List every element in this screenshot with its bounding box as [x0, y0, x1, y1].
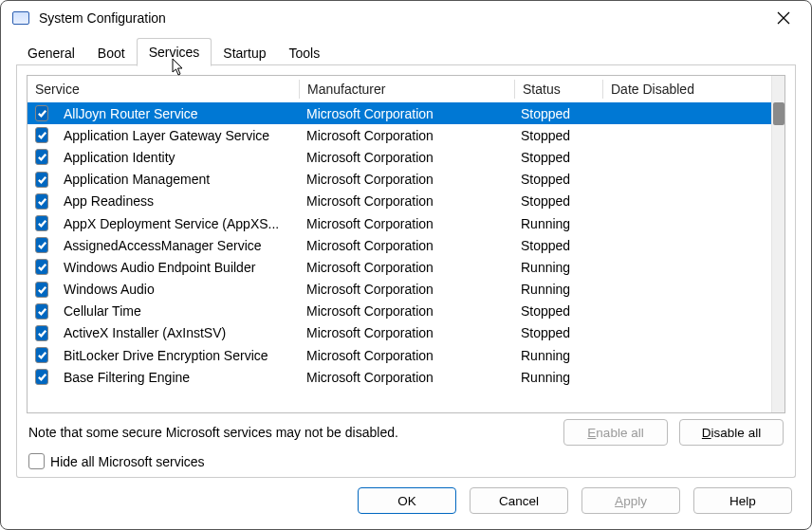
service-manufacturer: Microsoft Corporation [299, 172, 513, 187]
close-icon [777, 11, 790, 25]
service-status: Stopped [513, 172, 600, 187]
column-header-service[interactable]: Service [28, 78, 299, 101]
service-checkbox[interactable] [35, 193, 48, 210]
service-manufacturer: Microsoft Corporation [299, 128, 513, 143]
services-rows: AllJoyn Router ServiceMicrosoft Corporat… [28, 102, 771, 412]
tab-tools[interactable]: Tools [277, 40, 331, 66]
service-status: Running [513, 282, 600, 297]
service-name: ActiveX Installer (AxInstSV) [56, 325, 299, 340]
note-text: Note that some secure Microsoft services… [28, 425, 563, 440]
services-list: Service Manufacturer Status Date Disable… [27, 75, 785, 413]
table-row[interactable]: App ReadinessMicrosoft CorporationStoppe… [28, 191, 771, 212]
service-checkbox[interactable] [35, 347, 48, 363]
service-name: Windows Audio Endpoint Builder [56, 260, 299, 275]
service-status: Stopped [513, 325, 600, 340]
service-checkbox[interactable] [35, 127, 48, 143]
service-manufacturer: Microsoft Corporation [299, 150, 513, 165]
service-manufacturer: Microsoft Corporation [299, 282, 513, 297]
close-button[interactable] [762, 4, 805, 32]
vertical-scrollbar[interactable] [771, 76, 784, 412]
tab-boot[interactable]: Boot [86, 40, 137, 66]
apply-button[interactable]: Apply [581, 487, 680, 514]
service-checkbox[interactable] [35, 215, 48, 231]
service-status: Stopped [513, 193, 600, 209]
table-row[interactable]: Application ManagementMicrosoft Corporat… [28, 169, 771, 191]
tab-panel-services: Service Manufacturer Status Date Disable… [16, 65, 796, 478]
service-manufacturer: Microsoft Corporation [299, 370, 513, 385]
service-checkbox[interactable] [35, 303, 48, 320]
tab-underline [16, 64, 796, 65]
service-status: Running [513, 370, 600, 385]
service-name: Base Filtering Engine [56, 370, 299, 385]
tab-startup[interactable]: Startup [212, 40, 277, 66]
titlebar: System Configuration [1, 1, 811, 35]
window-title: System Configuration [39, 10, 762, 26]
service-name: AllJoyn Router Service [56, 106, 299, 121]
table-row[interactable]: ActiveX Installer (AxInstSV)Microsoft Co… [28, 322, 771, 344]
service-checkbox[interactable] [35, 172, 48, 188]
service-name: Application Management [56, 172, 299, 187]
enable-all-button[interactable]: Enable all [563, 419, 668, 446]
app-icon [12, 11, 29, 25]
scrollbar-thumb[interactable] [773, 102, 784, 125]
service-checkbox[interactable] [35, 259, 48, 275]
service-manufacturer: Microsoft Corporation [299, 216, 513, 231]
service-manufacturer: Microsoft Corporation [299, 238, 513, 253]
service-name: AssignedAccessManager Service [56, 238, 299, 253]
service-manufacturer: Microsoft Corporation [299, 348, 513, 363]
ok-button[interactable]: OK [358, 487, 456, 514]
cancel-button[interactable]: Cancel [470, 487, 568, 514]
service-manufacturer: Microsoft Corporation [299, 260, 513, 275]
service-checkbox[interactable] [35, 369, 48, 385]
disable-all-button[interactable]: Disable all [679, 419, 784, 446]
tab-general[interactable]: General [16, 40, 86, 66]
service-status: Running [513, 260, 600, 275]
service-name: Cellular Time [56, 303, 299, 319]
table-row[interactable]: AssignedAccessManager ServiceMicrosoft C… [28, 234, 771, 256]
table-row[interactable]: Base Filtering EngineMicrosoft Corporati… [28, 366, 771, 388]
service-status: Stopped [513, 128, 600, 143]
system-configuration-window: System Configuration GeneralBootServices… [0, 0, 812, 530]
service-checkbox[interactable] [35, 237, 48, 253]
service-status: Running [513, 216, 600, 231]
service-checkbox[interactable] [35, 105, 48, 121]
service-checkbox[interactable] [35, 325, 48, 341]
hide-microsoft-checkbox[interactable] [28, 453, 45, 469]
column-header-manufacturer[interactable]: Manufacturer [300, 78, 514, 101]
service-name: Application Identity [56, 150, 299, 165]
service-name: AppX Deployment Service (AppXS... [56, 216, 299, 231]
table-row[interactable]: Cellular TimeMicrosoft CorporationStoppe… [28, 301, 771, 322]
tab-services[interactable]: Services [137, 38, 212, 66]
column-header-row: Service Manufacturer Status Date Disable… [28, 76, 771, 102]
dialog-footer: OK Cancel Apply Help [1, 478, 811, 529]
service-name: Windows Audio [56, 282, 299, 297]
service-status: Stopped [513, 150, 600, 165]
service-name: BitLocker Drive Encryption Service [56, 348, 299, 363]
service-status: Running [513, 348, 600, 363]
note-row: Note that some secure Microsoft services… [27, 413, 785, 448]
service-status: Stopped [513, 238, 600, 253]
hide-microsoft-label[interactable]: Hide all Microsoft services [50, 454, 205, 469]
service-status: Stopped [513, 303, 600, 319]
service-manufacturer: Microsoft Corporation [299, 303, 513, 319]
service-checkbox[interactable] [35, 149, 48, 165]
service-manufacturer: Microsoft Corporation [299, 106, 513, 121]
tab-bar: GeneralBootServicesStartupTools [1, 35, 811, 65]
table-row[interactable]: AllJoyn Router ServiceMicrosoft Corporat… [28, 102, 771, 124]
table-row[interactable]: Application IdentityMicrosoft Corporatio… [28, 146, 771, 168]
column-header-status[interactable]: Status [515, 78, 602, 101]
service-name: Application Layer Gateway Service [56, 128, 299, 143]
service-name: App Readiness [56, 193, 299, 209]
service-status: Stopped [513, 106, 600, 121]
table-row[interactable]: AppX Deployment Service (AppXS...Microso… [28, 212, 771, 234]
table-row[interactable]: Application Layer Gateway ServiceMicroso… [28, 124, 771, 146]
table-row[interactable]: Windows AudioMicrosoft CorporationRunnin… [28, 279, 771, 301]
service-manufacturer: Microsoft Corporation [299, 325, 513, 340]
column-header-date-disabled[interactable]: Date Disabled [603, 78, 771, 101]
service-manufacturer: Microsoft Corporation [299, 193, 513, 209]
table-row[interactable]: BitLocker Drive Encryption ServiceMicros… [28, 344, 771, 366]
service-checkbox[interactable] [35, 282, 48, 298]
help-button[interactable]: Help [693, 487, 792, 514]
table-row[interactable]: Windows Audio Endpoint BuilderMicrosoft … [28, 256, 771, 278]
hide-microsoft-row: Hide all Microsoft services [27, 448, 785, 469]
